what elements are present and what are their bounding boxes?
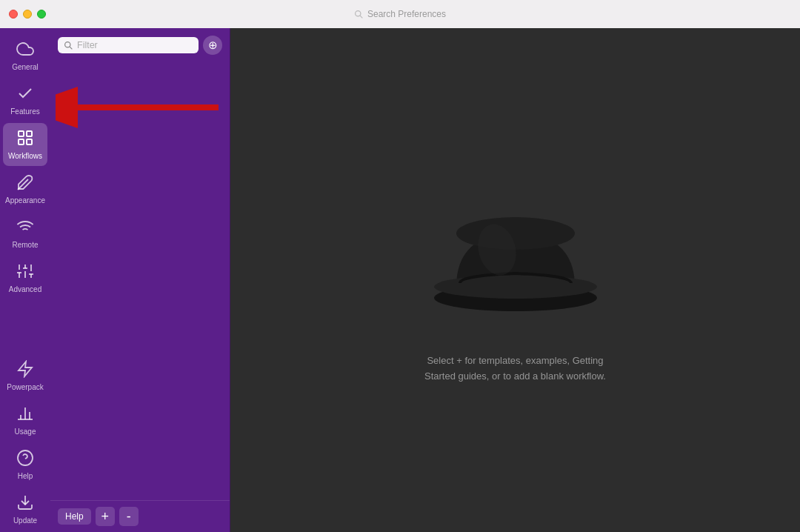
titlebar-search: Search Preferences <box>354 9 446 19</box>
titlebar: Search Preferences <box>0 0 800 28</box>
svg-rect-3 <box>27 131 32 136</box>
empty-state-text: Select + for templates, examples, Gettin… <box>419 353 612 385</box>
svg-rect-5 <box>27 139 32 144</box>
main-content: Select + for templates, examples, Gettin… <box>230 28 800 532</box>
lightning-icon <box>16 360 34 381</box>
sliders-icon <box>16 262 34 283</box>
powerpack-label: Powerpack <box>7 383 43 391</box>
filter-panel: ⊕ Help + - <box>50 28 230 532</box>
sidebar-item-usage[interactable]: Usage <box>3 399 47 442</box>
check-icon <box>16 84 34 105</box>
filter-search-icon <box>64 41 73 50</box>
appearance-label: Appearance <box>5 196 45 205</box>
main-layout: General Features Workflows <box>0 28 800 532</box>
sidebar-item-help[interactable]: Help <box>3 443 47 486</box>
sidebar-item-powerpack[interactable]: Powerpack <box>3 354 47 397</box>
svg-line-26 <box>70 47 72 49</box>
remove-workflow-button[interactable]: - <box>119 507 139 526</box>
sidebar-item-appearance[interactable]: Appearance <box>3 167 47 210</box>
hat-illustration <box>412 176 619 339</box>
remote-label: Remote <box>12 241 38 249</box>
sidebar-item-workflows[interactable]: Workflows <box>3 123 47 166</box>
search-icon <box>354 10 364 19</box>
sidebar-item-remote[interactable]: Remote <box>3 212 47 255</box>
svg-rect-4 <box>19 139 24 144</box>
brush-icon <box>16 173 34 194</box>
features-label: Features <box>10 107 39 116</box>
svg-rect-2 <box>19 131 24 136</box>
wifi-icon <box>16 218 34 239</box>
sidebar-item-features[interactable]: Features <box>3 79 47 122</box>
grid-icon <box>16 129 34 150</box>
filter-input-wrapper <box>58 37 199 53</box>
add-workflow-button[interactable]: + <box>96 507 115 526</box>
filter-panel-bottom: Help + - <box>50 500 230 532</box>
sidebar-item-advanced[interactable]: Advanced <box>3 256 47 299</box>
usage-label: Usage <box>15 428 36 436</box>
svg-point-30 <box>434 275 597 299</box>
sidebar-nav: General Features Workflows <box>0 28 50 532</box>
chart-icon <box>16 405 34 425</box>
svg-line-1 <box>360 16 362 18</box>
filter-bar: ⊕ <box>50 28 230 62</box>
general-label: General <box>12 63 39 71</box>
sidebar-item-general[interactable]: General <box>3 34 47 77</box>
svg-point-0 <box>356 10 361 16</box>
maximize-button[interactable] <box>37 10 46 19</box>
sidebar-item-update[interactable]: Update <box>3 488 47 531</box>
cloud-icon <box>16 40 34 61</box>
window-controls <box>9 10 46 19</box>
help-button[interactable]: Help <box>58 508 91 525</box>
update-label: Update <box>13 516 37 525</box>
download-icon <box>16 493 34 514</box>
minimize-button[interactable] <box>23 10 32 19</box>
svg-point-22 <box>18 450 33 465</box>
help-label: Help <box>18 472 33 480</box>
svg-point-29 <box>456 217 575 250</box>
help-circle-icon <box>16 449 34 470</box>
svg-point-25 <box>65 41 70 47</box>
close-button[interactable] <box>9 10 18 19</box>
filter-input[interactable] <box>77 40 193 50</box>
svg-marker-17 <box>19 362 32 376</box>
empty-state: Select + for templates, examples, Gettin… <box>412 176 619 385</box>
red-arrow-indicator <box>56 85 219 130</box>
filter-options-button[interactable]: ⊕ <box>203 36 222 55</box>
workflows-label: Workflows <box>8 152 42 160</box>
svg-line-6 <box>18 179 28 190</box>
advanced-label: Advanced <box>9 285 41 293</box>
search-placeholder-text: Search Preferences <box>367 9 446 19</box>
